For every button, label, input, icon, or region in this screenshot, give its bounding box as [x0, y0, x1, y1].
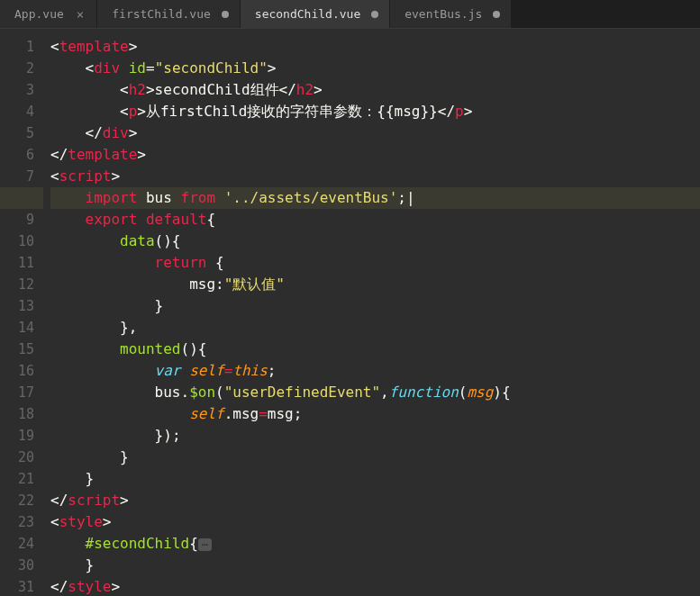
tab-secondchild[interactable]: secondChild.vue: [241, 0, 390, 28]
close-icon[interactable]: ×: [75, 7, 86, 22]
code-line: <template>: [50, 36, 700, 58]
tab-firstchild[interactable]: firstChild.vue: [97, 0, 241, 28]
code-line: });: [50, 425, 700, 447]
code-line: <div id="secondChild">: [50, 58, 700, 79]
code-line: return {: [50, 252, 700, 274]
code-line: msg:"默认值": [50, 274, 700, 295]
code-line: }: [50, 447, 700, 468]
tab-eventbus[interactable]: eventBus.js: [390, 0, 512, 28]
code-line: #secondChild{⋯: [50, 533, 700, 555]
code-line: }: [50, 555, 700, 576]
code-line: </script>: [50, 490, 700, 511]
code-line-current: import bus from '../assets/eventBus';|: [50, 187, 700, 209]
tab-label: eventBus.js: [405, 7, 482, 21]
modified-icon: [493, 11, 500, 18]
code-content[interactable]: <template> <div id="secondChild"> <h2>se…: [43, 29, 700, 596]
modified-icon: [371, 11, 378, 18]
tab-label: App.vue: [14, 7, 64, 21]
code-line: </template>: [50, 144, 700, 166]
code-line: bus.$on("userDefinedEvent",function(msg)…: [50, 382, 700, 403]
fold-icon[interactable]: ⋯: [198, 538, 212, 551]
code-line: <style>: [50, 511, 700, 533]
modified-icon: [222, 11, 229, 18]
tab-label: secondChild.vue: [255, 7, 360, 21]
code-line: <script>: [50, 166, 700, 187]
cursor-icon: |: [406, 189, 415, 206]
editor-tabs: App.vue × firstChild.vue secondChild.vue…: [0, 0, 700, 29]
code-line: }: [50, 468, 700, 490]
code-line: var self=this;: [50, 360, 700, 382]
line-gutter: 1 2 3 4 5 6 7 8 9 10 11 12 13 14 15 16 1…: [0, 29, 43, 596]
code-line: <h2>secondChild组件</h2>: [50, 79, 700, 101]
code-line: }: [50, 295, 700, 317]
tab-app[interactable]: App.vue ×: [0, 0, 97, 28]
tab-label: firstChild.vue: [112, 7, 211, 21]
code-line: },: [50, 317, 700, 339]
code-line: self.msg=msg;: [50, 403, 700, 425]
code-line: <p>从firstChild接收的字符串参数：{{msg}}</p>: [50, 101, 700, 122]
code-line: mounted(){: [50, 339, 700, 360]
code-line: </div>: [50, 122, 700, 144]
code-line: export default{: [50, 209, 700, 230]
editor-area: 1 2 3 4 5 6 7 8 9 10 11 12 13 14 15 16 1…: [0, 29, 700, 596]
code-line: data(){: [50, 230, 700, 252]
code-line: </style>: [50, 576, 700, 596]
